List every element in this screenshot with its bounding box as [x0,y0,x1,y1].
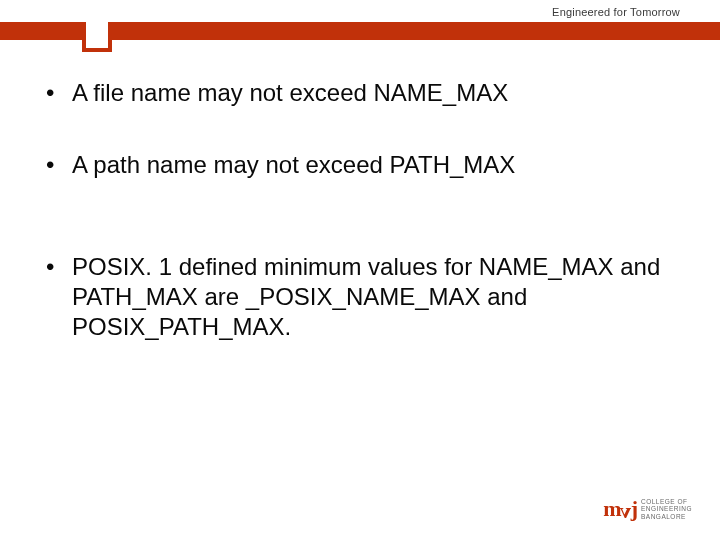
logo-line: BANGALORE [641,513,686,520]
logo-line: COLLEGE OF [641,498,688,505]
bullet-list: A file name may not exceed NAME_MAX A pa… [46,78,676,342]
tagline: Engineered for Tomorrow [552,6,680,18]
list-item: A file name may not exceed NAME_MAX [46,78,676,108]
footer-logo: mvj COLLEGE OF ENGINEERING BANGALORE [603,496,692,522]
slide-content: A file name may not exceed NAME_MAX A pa… [46,78,676,384]
logo-mark: mvj [603,496,637,522]
logo-text: COLLEGE OF ENGINEERING BANGALORE [641,498,692,519]
logo-line: ENGINEERING [641,505,692,512]
list-item: A path name may not exceed PATH_MAX [46,150,676,180]
list-item: POSIX. 1 defined minimum values for NAME… [46,252,676,342]
header-notch [82,22,112,52]
